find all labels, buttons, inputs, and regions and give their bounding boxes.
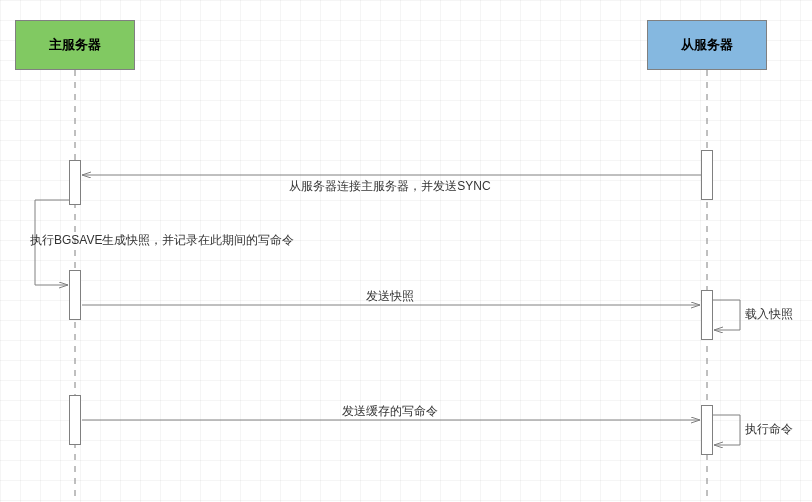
- activation-master-1: [69, 160, 81, 205]
- message-label-bgsave: 执行BGSAVE生成快照，并记录在此期间的写命令: [30, 232, 350, 249]
- activation-slave-2: [701, 290, 713, 340]
- activation-slave-3: [701, 405, 713, 455]
- message-label-sync: 从服务器连接主服务器，并发送SYNC: [100, 178, 680, 195]
- activation-slave-1: [701, 150, 713, 200]
- message-label-exec-cmd: 执行命令: [745, 421, 812, 438]
- activation-master-3: [69, 395, 81, 445]
- participant-master: 主服务器: [15, 20, 135, 70]
- activation-master-2: [69, 270, 81, 320]
- message-label-load-snapshot: 载入快照: [745, 306, 812, 323]
- participant-slave-label: 从服务器: [681, 36, 733, 54]
- participant-slave: 从服务器: [647, 20, 767, 70]
- sequence-diagram: 主服务器 从服务器 从服务器连接主: [0, 0, 812, 502]
- participant-master-label: 主服务器: [49, 36, 101, 54]
- message-label-send-buffered: 发送缓存的写命令: [100, 403, 680, 420]
- diagram-wires: [0, 0, 812, 502]
- message-label-send-snapshot: 发送快照: [100, 288, 680, 305]
